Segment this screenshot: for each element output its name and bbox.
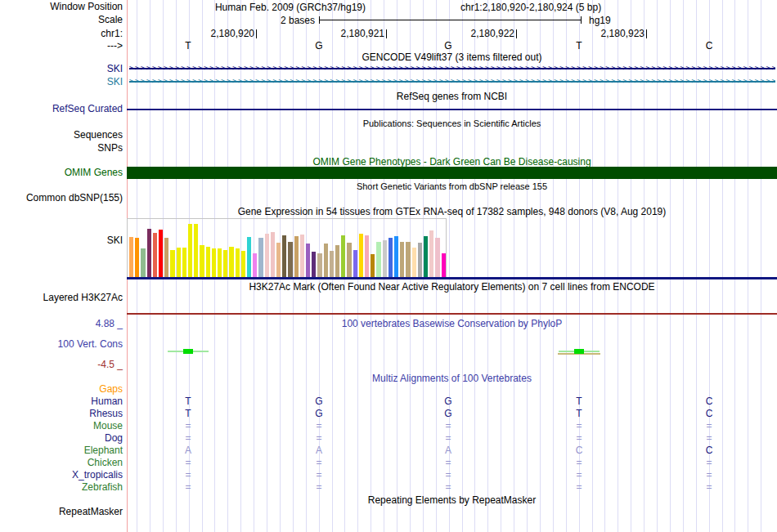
multiz-base-cell: G	[315, 396, 322, 407]
gtex-bar[interactable]	[159, 230, 163, 279]
gtex-bar[interactable]	[177, 248, 181, 279]
gtex-bar[interactable]	[388, 238, 393, 279]
multiz-species-label[interactable]: Dog	[105, 433, 123, 444]
gtex-bar[interactable]	[135, 238, 139, 279]
gtex-bar[interactable]	[200, 245, 204, 279]
scale-value: 2 bases	[281, 15, 315, 26]
gtex-bar[interactable]	[306, 244, 310, 279]
multiz-species-label[interactable]: X_tropicalis	[72, 470, 123, 481]
publications-sequences-label[interactable]: Sequences	[74, 130, 123, 141]
base-letter: G	[315, 41, 322, 51]
refseq-gene-bar[interactable]	[127, 109, 777, 110]
repeatmasker-track-title: Repeating Elements by RepeatMasker	[127, 495, 777, 506]
multiz-base-cell: =	[576, 421, 582, 431]
multiz-base-cell: A	[445, 445, 451, 456]
gtex-bar[interactable]	[335, 245, 339, 279]
gtex-bar[interactable]	[258, 238, 263, 279]
gtex-bar[interactable]	[412, 248, 416, 279]
gtex-bar[interactable]	[194, 224, 198, 279]
gtex-bar[interactable]	[406, 242, 410, 279]
scale-bar-right-cap	[581, 16, 582, 24]
conservation-mark-point[interactable]	[183, 349, 193, 354]
gtex-bar[interactable]	[353, 250, 357, 279]
gtex-baseline	[127, 277, 777, 279]
gtex-gene-label[interactable]: SKI	[107, 235, 123, 246]
strand-label: --->	[107, 41, 123, 51]
multiz-base-cell: =	[316, 482, 321, 493]
gtex-bar[interactable]	[429, 230, 433, 279]
omim-gene-bar[interactable]	[127, 167, 777, 179]
refseq-curated-label[interactable]: RefSeq Curated	[52, 104, 123, 114]
gtex-bar[interactable]	[271, 232, 275, 279]
gtex-bar[interactable]	[376, 242, 380, 279]
gene-label-ski-1[interactable]: SKI	[107, 64, 123, 74]
multiz-species-label[interactable]: Chicken	[88, 458, 123, 468]
chrom-label: chr1:	[101, 29, 123, 39]
gene-label-ski-2[interactable]: SKI	[107, 77, 123, 87]
gtex-expression-chart[interactable]	[127, 218, 447, 279]
gtex-bar[interactable]	[400, 242, 404, 279]
gtex-bar[interactable]	[442, 253, 446, 279]
gtex-bar[interactable]	[312, 252, 316, 279]
omim-genes-label[interactable]: OMIM Genes	[65, 168, 123, 178]
gene-ski-transcript-2[interactable]: >>>>>>>>>>>>>>>>>>>>>>>>>>>>>>>>>>>>>>>>…	[129, 78, 775, 86]
multiz-species-label[interactable]: Gaps	[99, 384, 123, 395]
gtex-bar[interactable]	[229, 247, 233, 279]
gtex-bar[interactable]	[212, 248, 216, 279]
gtex-bar[interactable]	[265, 234, 269, 279]
publications-snps-label[interactable]: SNPs	[97, 143, 123, 154]
gtex-bar[interactable]	[147, 229, 151, 279]
multiz-base-cell: =	[445, 470, 451, 481]
gene-ski-transcript-1[interactable]: >>>>>>>>>>>>>>>>>>>>>>>>>>>>>>>>>>>>>>>>…	[129, 65, 775, 73]
gtex-bar[interactable]	[247, 237, 251, 279]
gtex-bar[interactable]	[347, 243, 351, 279]
multiz-base-cell: =	[316, 458, 321, 468]
gtex-bar[interactable]	[330, 251, 334, 279]
gtex-bar[interactable]	[206, 247, 210, 279]
gtex-bar[interactable]	[324, 244, 328, 279]
gtex-bar[interactable]	[223, 250, 227, 279]
common-dbsnp-label[interactable]: Common dbSNP(155)	[26, 193, 123, 203]
gtex-bar[interactable]	[294, 236, 299, 279]
gtex-bar[interactable]	[164, 238, 168, 279]
gtex-bar[interactable]	[170, 250, 174, 279]
multiz-species-label[interactable]: Elephant	[84, 445, 123, 456]
gtex-bar[interactable]	[141, 248, 145, 279]
repeatmasker-label[interactable]: RepeatMasker	[59, 507, 123, 517]
multiz-species-label[interactable]: Rhesus	[89, 409, 123, 419]
gtex-bar[interactable]	[276, 243, 281, 279]
gtex-bar[interactable]	[394, 236, 398, 279]
multiz-species-label[interactable]: Zebrafish	[82, 482, 123, 493]
layered-h3k27ac-label[interactable]: Layered H3K27Ac	[43, 293, 123, 303]
gtex-bar[interactable]	[317, 253, 321, 279]
gtex-bar[interactable]	[153, 233, 157, 279]
gtex-bar[interactable]	[365, 235, 369, 279]
gtex-bar[interactable]	[241, 251, 245, 279]
gtex-bar[interactable]	[129, 237, 133, 279]
gtex-bar[interactable]	[300, 235, 304, 279]
gtex-bar[interactable]	[236, 248, 240, 279]
coordinate-number: 2,180,921	[341, 29, 384, 39]
gtex-bar[interactable]	[371, 254, 375, 279]
dbsnp-track-title: Short Genetic Variants from dbSNP releas…	[127, 181, 777, 192]
multiz-base-cell: =	[445, 458, 451, 468]
gtex-bar[interactable]	[383, 240, 387, 279]
gtex-bar[interactable]	[341, 235, 345, 279]
gtex-bar[interactable]	[359, 234, 363, 279]
gtex-bar[interactable]	[188, 224, 192, 279]
multiz-base-cell: =	[445, 482, 451, 493]
vert-cons-label[interactable]: 100 Vert. Cons	[58, 339, 123, 350]
gtex-bar[interactable]	[182, 248, 186, 279]
gtex-bar[interactable]	[288, 242, 292, 279]
multiz-species-label[interactable]: Human	[91, 396, 123, 407]
base-letter: G	[444, 41, 451, 51]
gtex-bar[interactable]	[418, 243, 422, 279]
gtex-bar[interactable]	[253, 253, 257, 279]
multiz-species-label[interactable]: Mouse	[93, 421, 123, 431]
gtex-bar[interactable]	[435, 238, 439, 279]
gtex-bar[interactable]	[218, 248, 222, 279]
gtex-bar[interactable]	[282, 235, 286, 279]
conservation-mark-point[interactable]	[574, 349, 584, 354]
h3k27ac-signal-line[interactable]	[127, 313, 777, 315]
gtex-bar[interactable]	[424, 236, 428, 279]
